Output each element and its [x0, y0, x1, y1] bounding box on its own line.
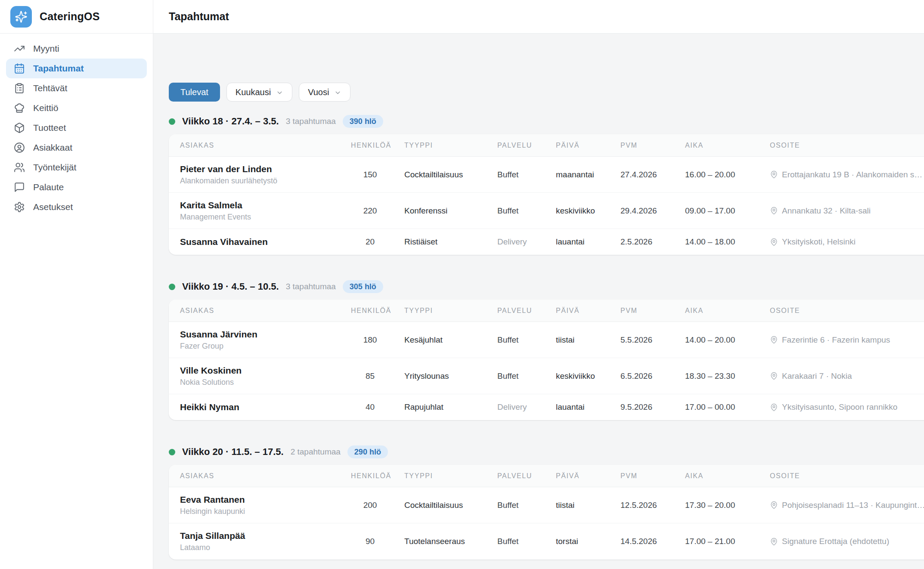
weekday: tiistai [556, 501, 620, 510]
sidebar-item-palaute[interactable]: Palaute [6, 177, 147, 197]
weekday: keskiviikko [556, 371, 620, 381]
week-header: Viikko 19 · 4.5. – 10.5. 3 tapahtumaa 30… [169, 279, 924, 294]
event-type: Kesäjuhlat [404, 335, 497, 345]
map-pin-icon [770, 238, 778, 246]
chevron-down-icon [276, 89, 283, 96]
client-name: Susanna Järvinen [180, 329, 348, 340]
month-dropdown[interactable]: Kuukausi [226, 83, 292, 102]
address-cell: Annankatu 32 · Kilta-sali [770, 206, 924, 216]
people-count: 20 [348, 237, 404, 247]
table-body: Eeva Rantanen Helsingin kaupunki 200 Coc… [169, 487, 924, 560]
people-count: 90 [348, 537, 404, 546]
week-headcount-badge: 390 hlö [343, 115, 383, 128]
map-pin-icon [770, 170, 778, 179]
column-header-pvm: PVM [620, 142, 685, 149]
event-time: 14.00 – 20.00 [685, 335, 770, 345]
filter-upcoming-button[interactable]: Tulevat [169, 83, 220, 102]
sidebar-item-keittio[interactable]: Keittiö [6, 98, 147, 118]
year-dropdown[interactable]: Vuosi [299, 83, 350, 102]
chevron-down-icon [334, 89, 341, 96]
sidebar-item-tapahtumat[interactable]: Tapahtumat [6, 59, 147, 78]
address-cell: Karakaari 7 · Nokia [770, 371, 924, 381]
weeks: Viikko 18 · 27.4. – 3.5. 3 tapahtumaa 39… [169, 114, 924, 560]
table-body: Susanna Järvinen Fazer Group 180 Kesäjuh… [169, 322, 924, 420]
event-date: 2.5.2026 [620, 237, 685, 247]
table-header-row: ASIAKAS HENKILÖÄ TYYPPI PALVELU PÄIVÄ PV… [169, 465, 924, 487]
sidebar: CateringOS Myynti Tapahtumat Tehtävät Ke… [0, 0, 153, 569]
weekday: lauantai [556, 402, 620, 412]
event-row[interactable]: Eeva Rantanen Helsingin kaupunki 200 Coc… [169, 487, 924, 523]
event-time: 14.00 – 18.00 [685, 237, 770, 247]
client-cell: Tanja Sillanpää Lataamo [180, 531, 348, 552]
address-cell: Yksityiskoti, Helsinki [770, 237, 924, 247]
table-body: Pieter van der Linden Alankomaiden suurl… [169, 157, 924, 255]
column-header-osoite: OSOITE [770, 472, 924, 480]
event-type: Cocktailtilaisuus [404, 501, 497, 510]
package-icon [14, 122, 25, 133]
event-row[interactable]: Ville Koskinen Nokia Solutions 85 Yritys… [169, 358, 924, 394]
event-row[interactable]: Karita Salmela Management Events 220 Kon… [169, 193, 924, 229]
users-icon [14, 162, 25, 173]
client-cell: Ville Koskinen Nokia Solutions [180, 365, 348, 387]
map-pin-icon [770, 336, 778, 344]
client-organization: Management Events [180, 213, 348, 222]
settings-icon [14, 201, 25, 213]
sparkles-icon [15, 10, 28, 23]
event-row[interactable]: Heikki Nyman 40 Rapujuhlat Delivery laua… [169, 394, 924, 420]
week-title: Viikko 18 · 27.4. – 3.5. [182, 116, 279, 127]
address-text: Pohjoisesplanadi 11–13 · Kaupungintalo [782, 501, 924, 510]
sidebar-item-tehtavat[interactable]: Tehtävät [6, 78, 147, 98]
event-time: 16.00 – 20.00 [685, 170, 770, 179]
week-status-dot [169, 118, 175, 125]
events-table-card: ASIAKAS HENKILÖÄ TYYPPI PALVELU PÄIVÄ PV… [169, 300, 924, 420]
address-text: Signature Erottaja (ehdotettu) [782, 537, 889, 546]
address-cell: Fazerintie 6 · Fazerin kampus [770, 335, 924, 345]
service-type: Buffet [497, 206, 556, 216]
sidebar-item-myynti[interactable]: Myynti [6, 39, 147, 59]
event-row[interactable]: Pieter van der Linden Alankomaiden suurl… [169, 157, 924, 193]
column-header-palvelu: PALVELU [497, 307, 556, 315]
column-header-aika: AIKA [685, 142, 770, 149]
event-row[interactable]: Tanja Sillanpää Lataamo 90 Tuotelanseera… [169, 523, 924, 560]
service-type: Buffet [497, 335, 556, 345]
address-cell: Yksityisasunto, Sipoon rannikko [770, 402, 924, 412]
main: Tapahtumat Tulevat Kuukausi Vuosi Viikko… [153, 0, 924, 569]
column-header-paiva: PÄIVÄ [556, 142, 620, 149]
week-headcount-badge: 290 hlö [347, 445, 388, 458]
message-square-icon [14, 182, 25, 193]
event-date: 29.4.2026 [620, 206, 685, 216]
week-title: Viikko 20 · 11.5. – 17.5. [182, 446, 284, 458]
map-pin-icon [770, 372, 778, 380]
address-text: Annankatu 32 · Kilta-sali [782, 206, 871, 216]
service-type: Delivery [497, 402, 556, 412]
sidebar-item-asetukset[interactable]: Asetukset [6, 197, 147, 217]
event-type: Cocktailtilaisuus [404, 170, 497, 179]
event-row[interactable]: Susanna Järvinen Fazer Group 180 Kesäjuh… [169, 322, 924, 358]
client-name: Ville Koskinen [180, 365, 348, 376]
people-count: 200 [348, 501, 404, 510]
calendar-icon [14, 63, 25, 74]
event-date: 27.4.2026 [620, 170, 685, 179]
sidebar-item-asiakkaat[interactable]: Asiakkaat [6, 138, 147, 158]
service-type: Delivery [497, 237, 556, 247]
weekday: lauantai [556, 237, 620, 247]
sidebar-item-tuotteet[interactable]: Tuotteet [6, 118, 147, 138]
column-header-palvelu: PALVELU [497, 142, 556, 149]
column-header-asiakas: ASIAKAS [180, 142, 348, 149]
event-row[interactable]: Susanna Vihavainen 20 Ristiäiset Deliver… [169, 229, 924, 255]
client-organization: Helsingin kaupunki [180, 507, 348, 516]
client-organization: Nokia Solutions [180, 378, 348, 387]
event-date: 6.5.2026 [620, 371, 685, 381]
client-organization: Fazer Group [180, 342, 348, 351]
column-header-osoite: OSOITE [770, 307, 924, 315]
sidebar-item-label: Myynti [33, 43, 59, 54]
sidebar-item-tyontekijat[interactable]: Työntekijät [6, 158, 147, 177]
sidebar-item-label: Tehtävät [33, 83, 67, 93]
column-header-aika: AIKA [685, 307, 770, 315]
sidebar-item-label: Tapahtumat [33, 63, 84, 74]
column-header-tyyppi: TYYPPI [404, 307, 497, 315]
column-header-henkiloa: HENKILÖÄ [348, 142, 404, 149]
column-header-tyyppi: TYYPPI [404, 472, 497, 480]
event-type: Ristiäiset [404, 237, 497, 247]
event-date: 5.5.2026 [620, 335, 685, 345]
